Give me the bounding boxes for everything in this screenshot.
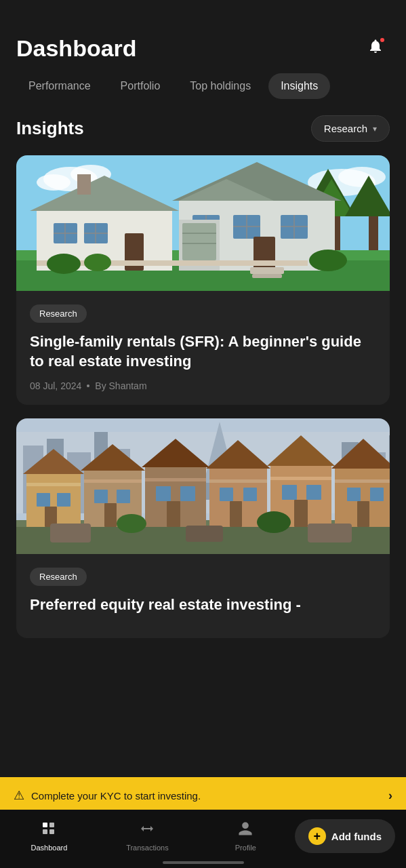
- svg-rect-69: [117, 490, 130, 503]
- header: Dashboard: [0, 0, 406, 73]
- svg-rect-45: [252, 274, 282, 278]
- svg-rect-102: [43, 829, 47, 834]
- section-title: Insights: [16, 118, 84, 139]
- svg-rect-97: [186, 526, 223, 542]
- notification-dot: [379, 37, 386, 43]
- bottom-navigation: Dashboard Transactions Profile + Add fun…: [0, 810, 406, 868]
- svg-rect-94: [357, 501, 369, 527]
- warning-icon: ⚠: [14, 788, 24, 803]
- filter-button[interactable]: Research ▾: [311, 115, 390, 142]
- nav-label-profile: Profile: [235, 844, 256, 852]
- svg-rect-68: [94, 490, 108, 503]
- svg-rect-101: [43, 823, 47, 827]
- nav-label-transactions: Transactions: [126, 844, 169, 852]
- kyc-banner[interactable]: ⚠ Complete your KYC to start investing. …: [0, 777, 406, 814]
- main-content: Insights Research ▾: [0, 115, 406, 638]
- filter-label: Research: [324, 123, 367, 134]
- meta-separator: [87, 384, 89, 387]
- chevron-down-icon: ▾: [373, 124, 377, 134]
- nav-label-dashboard: Dashboard: [31, 844, 68, 852]
- nav-item-dashboard[interactable]: Dashboard: [0, 818, 98, 854]
- svg-rect-89: [270, 477, 331, 480]
- tab-insights[interactable]: Insights: [268, 73, 330, 99]
- article-author-1: By Shantam: [95, 380, 146, 391]
- dashboard-icon: [41, 821, 57, 841]
- article-image-2: [16, 418, 390, 554]
- svg-rect-65: [26, 483, 81, 486]
- svg-rect-83: [209, 479, 267, 483]
- svg-rect-103: [49, 823, 54, 827]
- tab-portfolio[interactable]: Portfolio: [108, 73, 173, 99]
- add-funds-icon: +: [308, 827, 326, 845]
- add-funds-label: Add funds: [331, 831, 382, 842]
- profile-icon: [237, 821, 253, 841]
- nav-item-profile[interactable]: Profile: [197, 818, 295, 854]
- home-indicator: [163, 861, 244, 864]
- svg-rect-96: [50, 524, 91, 542]
- article-body-1: Research Single-family rentals (SFR): A …: [16, 291, 390, 405]
- svg-point-3: [37, 174, 70, 191]
- article-body-2: Research Preferred equity real estate in…: [16, 554, 390, 638]
- svg-point-42: [84, 254, 111, 271]
- article-meta-1: 08 Jul, 2024 By Shantam: [30, 380, 376, 391]
- kyc-chevron-icon: ›: [388, 789, 392, 803]
- transactions-icon: [139, 821, 155, 841]
- tab-performance[interactable]: Performance: [16, 73, 103, 99]
- article-title-2: Preferred equity real estate investing -: [30, 595, 376, 615]
- svg-rect-81: [243, 488, 257, 501]
- add-funds-button[interactable]: + Add funds: [295, 819, 395, 853]
- svg-rect-75: [180, 486, 195, 501]
- page-title: Dashboard: [16, 35, 137, 62]
- svg-rect-82: [230, 501, 242, 527]
- svg-rect-98: [308, 524, 352, 542]
- section-header: Insights Research ▾: [16, 115, 390, 142]
- svg-rect-22: [77, 174, 91, 195]
- svg-rect-74: [156, 486, 171, 501]
- svg-rect-93: [370, 488, 384, 501]
- tab-top-holdings[interactable]: Top holdings: [178, 73, 263, 99]
- svg-rect-104: [49, 829, 54, 834]
- kyc-text: Complete your KYC to start investing.: [31, 790, 201, 802]
- svg-point-100: [257, 511, 291, 533]
- svg-point-99: [117, 514, 146, 533]
- article-card-2[interactable]: Research Preferred equity real estate in…: [16, 418, 390, 638]
- notification-button[interactable]: [361, 34, 390, 62]
- svg-rect-70: [104, 503, 117, 527]
- svg-rect-92: [347, 488, 361, 501]
- article-tag-2: Research: [30, 568, 87, 586]
- article-date-1: 08 Jul, 2024: [30, 380, 81, 391]
- article-card-1[interactable]: Research Single-family rentals (SFR): A …: [16, 155, 390, 405]
- svg-rect-77: [145, 478, 206, 481]
- svg-rect-95: [335, 479, 390, 483]
- svg-rect-63: [57, 493, 70, 507]
- svg-rect-76: [167, 501, 180, 527]
- svg-rect-71: [84, 479, 142, 483]
- tabs-container: Performance Portfolio Top holdings Insig…: [0, 73, 406, 99]
- svg-rect-86: [282, 485, 297, 500]
- svg-rect-62: [37, 493, 50, 507]
- svg-point-41: [47, 254, 81, 274]
- svg-rect-87: [306, 485, 321, 500]
- svg-point-5: [338, 167, 386, 187]
- svg-rect-44: [250, 267, 284, 274]
- article-title-1: Single-family rentals (SFR): A beginner'…: [30, 332, 376, 371]
- nav-item-transactions[interactable]: Transactions: [98, 818, 197, 854]
- article-tag-1: Research: [30, 304, 87, 323]
- svg-rect-80: [220, 488, 233, 501]
- kyc-left: ⚠ Complete your KYC to start investing.: [14, 788, 201, 803]
- svg-rect-88: [294, 500, 308, 527]
- article-image-1: [16, 155, 390, 291]
- svg-point-43: [309, 250, 347, 271]
- svg-rect-37: [182, 223, 216, 260]
